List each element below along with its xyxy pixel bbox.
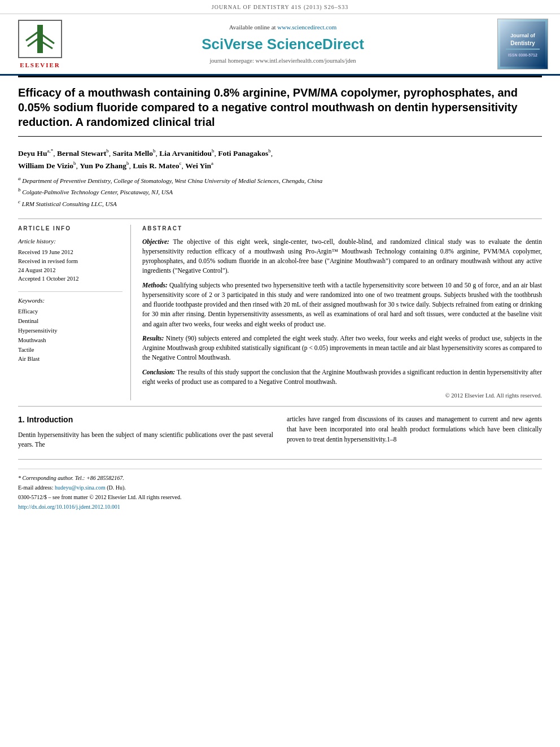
objective-text: The objective of this eight week, single… (142, 238, 542, 274)
article-body: Efficacy of a mouthwash containing 0.8% … (0, 76, 560, 511)
conclusion-text: The results of this study support the co… (142, 369, 542, 385)
history-label: Article history: (18, 237, 123, 246)
author-yin: Wei Yin (185, 161, 211, 170)
elsevier-logo: ELSEVIER (9, 19, 71, 69)
author-mello: Sarita Mello (113, 149, 154, 158)
corresponding-note: * Corresponding author. Tel.: +86 285582… (18, 474, 542, 482)
copyright-line: © 2012 Elsevier Ltd. All rights reserved… (142, 391, 542, 400)
sciencedirect-link[interactable]: www.sciencedirect.com (277, 24, 336, 30)
methods-text: Qualifying subjects who presented two hy… (142, 282, 542, 327)
email-line: E-mail address: hudeyu@vip.sina.com (D. … (18, 483, 542, 492)
author-panagakos: Foti Panagakos (218, 149, 268, 158)
author-hu: Deyu Hu (18, 149, 47, 158)
doi-line: http://dx.doi.org/10.1016/j.jdent.2012.1… (18, 503, 542, 511)
abstract-results: Results: Ninety (90) subjects entered an… (142, 334, 542, 363)
author-arvanitidou: Lia Arvanitidou (159, 149, 212, 158)
svg-text:ISSN 0300-5712: ISSN 0300-5712 (508, 53, 537, 57)
available-online-text: Available online at www.sciencedirect.co… (229, 23, 337, 32)
results-text: Ninety (90) subjects entered and complet… (142, 335, 542, 361)
email-link[interactable]: hudeyu@vip.sina.com (55, 484, 106, 491)
abstract-label: Abstract (142, 225, 542, 233)
author-zhang: Yun Po Zhang (80, 161, 126, 170)
abstract-conclusion: Conclusion: The results of this study su… (142, 368, 542, 387)
received-date: Received 19 June 2012 (18, 248, 123, 257)
doi-link[interactable]: http://dx.doi.org/10.1016/j.jdent.2012.1… (18, 504, 120, 510)
abstract-objective: Objective: The objective of this eight w… (142, 237, 542, 276)
intro-section: 1. Introduction Dentin hypersensitivity … (18, 406, 542, 450)
branding-row: ELSEVIER Available online at www.science… (0, 14, 560, 76)
revised-date: Received in revised form24 August 2012 (18, 257, 123, 275)
journal-homepage: journal homepage: www.intl.elsevierhealt… (209, 57, 356, 65)
email-suffix: (D. Hu). (107, 484, 126, 491)
accepted-date: Accepted 1 October 2012 (18, 274, 123, 283)
author-stewart: Bernal Stewart (57, 149, 106, 158)
article-title-section: Efficacy of a mouthwash containing 0.8% … (18, 76, 542, 137)
elsevier-text: ELSEVIER (20, 61, 60, 69)
author-devizio: William De Vizio (18, 161, 73, 170)
article-history-block: Article history: Received 19 June 2012 R… (18, 237, 123, 283)
journal-header: Journal of Dentistry 41s (2013) s26–s33 (0, 0, 560, 14)
affil-a: a Department of Preventive Dentistry, Co… (18, 175, 542, 185)
abstract-col: Abstract Objective: The objective of thi… (142, 225, 542, 400)
abstract-methods: Methods: Qualifying subjects who present… (142, 281, 542, 329)
svg-text:Dentistry: Dentistry (510, 40, 535, 46)
results-heading: Results: (142, 335, 164, 342)
abstract-section: Objective: The objective of this eight w… (142, 237, 542, 400)
email-label: E-mail address: (18, 484, 53, 491)
keyword-tactile: Tactile (18, 346, 123, 355)
keyword-mouthwash: Mouthwash (18, 336, 123, 346)
affil-b: b Colgate-Palmolive Technology Center, P… (18, 186, 542, 196)
svg-rect-9 (506, 49, 540, 50)
keyword-hypersensitivity: Hypersensitivity (18, 326, 123, 336)
keyword-dentinal: Dentinal (18, 317, 123, 326)
intro-title: 1. Introduction (18, 414, 273, 426)
sciverse-title: SciVerse ScienceDirect (202, 34, 364, 54)
article-info-col: Article Info Article history: Received 1… (18, 225, 131, 400)
article-info-label: Article Info (18, 225, 123, 233)
conclusion-heading: Conclusion: (142, 369, 175, 375)
authors-line: Deyu Hua,*, Bernal Stewartb, Sarita Mell… (18, 147, 542, 172)
svg-text:Journal of: Journal of (510, 33, 536, 38)
keyword-airblast: Air Blast (18, 355, 123, 364)
center-branding: Available online at www.sciencedirect.co… (77, 19, 489, 69)
article-title: Efficacy of a mouthwash containing 0.8% … (18, 85, 542, 129)
keywords-block: Keywords: Efficacy Dentinal Hypersensiti… (18, 296, 123, 364)
author-mateo: Luis R. Mateo (133, 161, 179, 170)
intro-two-col: 1. Introduction Dentin hypersensitivity … (18, 414, 542, 450)
objective-heading: Objective: (142, 238, 169, 245)
affiliations: a Department of Preventive Dentistry, Co… (18, 175, 542, 208)
authors-section: Deyu Hua,*, Bernal Stewartb, Sarita Mell… (18, 142, 542, 214)
affil-c: c LRM Statistical Consulting LLC, USA (18, 198, 542, 208)
dentistry-logo: Journal of Dentistry ISSN 0300-5712 (495, 19, 551, 69)
issn-line: 0300-5712/$ – see front matter © 2012 El… (18, 493, 542, 501)
methods-heading: Methods: (142, 282, 168, 289)
footer-section: * Corresponding author. Tel.: +86 285582… (18, 459, 542, 511)
article-info-abstract-row: Article Info Article history: Received 1… (18, 219, 542, 400)
keyword-efficacy: Efficacy (18, 307, 123, 317)
intro-body-right: articles have ranged from discussions of… (287, 414, 542, 444)
keywords-label: Keywords: (18, 296, 123, 305)
intro-body-left: Dentin hypersensitivity has been the sub… (18, 430, 273, 451)
intro-left: 1. Introduction Dentin hypersensitivity … (18, 414, 273, 450)
intro-right: articles have ranged from discussions of… (287, 414, 542, 450)
